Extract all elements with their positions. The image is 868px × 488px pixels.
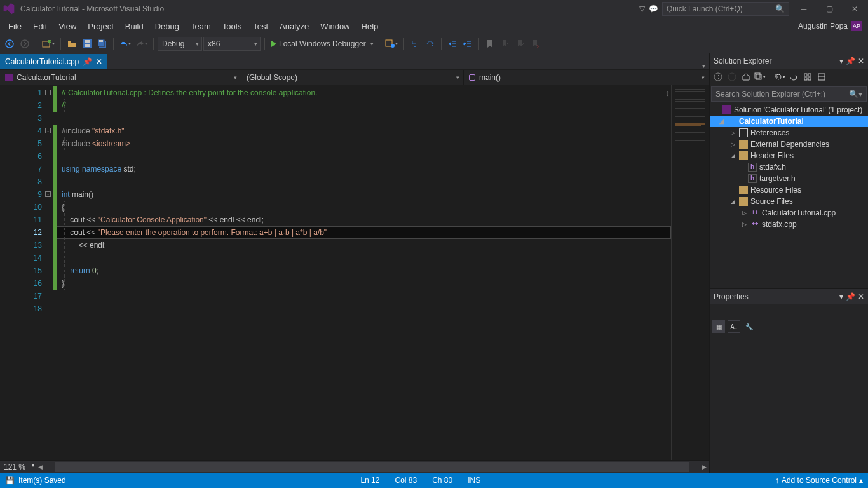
code-editor[interactable]: // CalculatorTutorial.cpp : Defines the … bbox=[57, 85, 671, 460]
solution-node[interactable]: Solution 'CalculatorTutorial' (1 project… bbox=[710, 104, 868, 116]
undo-button[interactable]: ▾ bbox=[118, 37, 133, 51]
menu-debug[interactable]: Debug bbox=[149, 19, 185, 34]
forward-icon[interactable] bbox=[726, 71, 738, 83]
forward-button[interactable] bbox=[18, 37, 32, 51]
refresh-icon[interactable]: ▾ bbox=[774, 71, 785, 83]
tab-calculatortutorial-cpp[interactable]: CalculatorTutorial.cpp 📌 ✕ bbox=[0, 54, 107, 69]
horizontal-scrollbar[interactable] bbox=[55, 462, 689, 472]
nav-scope-label: (Global Scope) bbox=[247, 73, 297, 82]
svg-point-12 bbox=[728, 73, 736, 81]
close-panel-button[interactable]: ✕ bbox=[858, 292, 864, 301]
close-button[interactable]: ✕ bbox=[844, 1, 865, 17]
menu-tools[interactable]: Tools bbox=[217, 19, 247, 34]
prev-bookmark-button[interactable] bbox=[498, 37, 512, 51]
show-all-icon[interactable] bbox=[802, 71, 813, 83]
project-node[interactable]: ◢CalculatorTutorial bbox=[710, 116, 868, 127]
svg-rect-17 bbox=[804, 78, 807, 80]
pin-icon[interactable]: 📌 bbox=[83, 57, 92, 66]
stdafx-h-node[interactable]: hstdafx.h bbox=[710, 161, 868, 173]
scroll-left-button[interactable]: ◀ bbox=[36, 464, 45, 470]
bookmark-button[interactable] bbox=[483, 37, 497, 51]
menu-view[interactable]: View bbox=[53, 19, 82, 34]
window-position-button[interactable]: ▾ bbox=[839, 292, 843, 301]
decrease-indent-button[interactable] bbox=[445, 37, 459, 51]
calc-cpp-node[interactable]: ▷++CalculatorTutorial.cpp bbox=[710, 207, 868, 219]
property-pages-button[interactable]: 🔧 bbox=[743, 320, 756, 333]
references-node[interactable]: ▷References bbox=[710, 127, 868, 139]
quick-launch-input[interactable]: Quick Launch (Ctrl+Q) 🔍 bbox=[662, 2, 789, 16]
svg-point-0 bbox=[6, 40, 13, 48]
solution-explorer-search[interactable]: Search Solution Explorer (Ctrl+;) 🔍▾ bbox=[711, 86, 867, 102]
new-project-button[interactable]: ▾ bbox=[40, 37, 57, 51]
auto-hide-button[interactable]: 📌 bbox=[846, 57, 855, 65]
menu-project[interactable]: Project bbox=[82, 19, 119, 34]
panel-title-label: Properties bbox=[714, 292, 749, 301]
menu-analyze[interactable]: Analyze bbox=[274, 19, 315, 34]
menu-window[interactable]: Window bbox=[315, 19, 355, 34]
sync-icon[interactable]: ▾ bbox=[754, 71, 766, 83]
menu-file[interactable]: File bbox=[3, 19, 27, 34]
increase-indent-button[interactable] bbox=[461, 37, 475, 51]
header-files-node[interactable]: ◢Header Files bbox=[710, 150, 868, 161]
maximize-button[interactable]: ▢ bbox=[818, 1, 840, 17]
add-source-control-button[interactable]: ↑ Add to Source Control ▴ bbox=[775, 476, 863, 485]
status-bar: 💾 Item(s) Saved Ln 12 Col 83 Ch 80 INS ↑… bbox=[0, 473, 868, 488]
save-button[interactable] bbox=[80, 37, 94, 51]
menu-help[interactable]: Help bbox=[356, 19, 384, 34]
back-button[interactable] bbox=[3, 37, 17, 51]
resource-files-node[interactable]: Resource Files bbox=[710, 184, 868, 196]
solution-tree[interactable]: Solution 'CalculatorTutorial' (1 project… bbox=[710, 103, 868, 288]
start-debug-button[interactable]: Local Windows Debugger bbox=[269, 37, 375, 51]
editor-footer: 121 % ◀ ▶ bbox=[0, 460, 709, 473]
step-into-button[interactable] bbox=[408, 37, 422, 51]
feedback-icon[interactable]: 💬 bbox=[649, 4, 658, 13]
nav-member-combo[interactable]: main() bbox=[464, 70, 709, 85]
user-name: Augustin Popa bbox=[798, 22, 848, 30]
nav-project-combo[interactable]: CalculatorTutorial bbox=[0, 70, 241, 85]
solution-explorer-toolbar: ▾ ▾ bbox=[710, 69, 868, 85]
status-line: Ln 12 bbox=[360, 476, 379, 485]
menu-bar: FileEditViewProjectBuildDebugTeamToolsTe… bbox=[0, 18, 868, 34]
targetver-h-node[interactable]: htargetver.h bbox=[710, 173, 868, 184]
redo-button[interactable]: ▾ bbox=[134, 37, 149, 51]
browser-link-button[interactable]: ▾ bbox=[383, 37, 400, 51]
tab-overflow-button[interactable]: ▾ bbox=[698, 63, 709, 69]
close-panel-button[interactable]: ✕ bbox=[858, 57, 864, 65]
stdafx-cpp-node[interactable]: ▷++stdafx.cpp bbox=[710, 219, 868, 230]
source-files-node[interactable]: ◢Source Files bbox=[710, 196, 868, 207]
scroll-right-button[interactable]: ▶ bbox=[700, 464, 709, 470]
save-all-button[interactable] bbox=[95, 37, 109, 51]
start-debug-label: Local Windows Debugger bbox=[279, 39, 366, 48]
scroll-map[interactable] bbox=[671, 85, 709, 460]
notifications-icon[interactable]: ▽ bbox=[639, 4, 645, 13]
step-over-button[interactable] bbox=[423, 37, 437, 51]
auto-hide-button[interactable]: 📌 bbox=[846, 292, 855, 301]
nav-scope-combo[interactable]: (Global Scope) bbox=[241, 70, 464, 85]
standard-toolbar: ▾ ▾ ▾ Debug x86 Local Windows Debugger ▾ bbox=[0, 34, 868, 53]
external-deps-node[interactable]: ▷External Dependencies bbox=[710, 139, 868, 150]
window-title: CalculatorTutorial - Microsoft Visual St… bbox=[20, 4, 164, 13]
menu-test[interactable]: Test bbox=[247, 19, 274, 34]
alphabetical-button[interactable]: A↓ bbox=[728, 320, 740, 333]
zoom-combo[interactable]: 121 % bbox=[0, 463, 36, 471]
back-icon[interactable] bbox=[712, 71, 724, 83]
menu-edit[interactable]: Edit bbox=[27, 19, 53, 34]
next-bookmark-button[interactable] bbox=[513, 37, 527, 51]
user-account[interactable]: Augustin Popa AP bbox=[798, 21, 865, 31]
solution-platform-combo[interactable]: x86 bbox=[203, 37, 261, 51]
open-file-button[interactable] bbox=[65, 37, 79, 51]
status-saved: Item(s) Saved bbox=[18, 476, 66, 485]
menu-team[interactable]: Team bbox=[185, 19, 217, 34]
navigation-bar: CalculatorTutorial (Global Scope) main() bbox=[0, 70, 709, 85]
close-icon[interactable]: ✕ bbox=[96, 57, 102, 66]
minimize-button[interactable]: ─ bbox=[793, 1, 815, 17]
categorized-button[interactable]: ▦ bbox=[712, 320, 725, 333]
clear-bookmarks-button[interactable] bbox=[529, 37, 543, 51]
window-position-button[interactable]: ▾ bbox=[839, 57, 843, 65]
collapse-all-icon[interactable] bbox=[788, 71, 799, 83]
home-icon[interactable] bbox=[740, 71, 752, 83]
solution-config-combo[interactable]: Debug bbox=[158, 37, 202, 51]
properties-icon[interactable] bbox=[816, 71, 827, 83]
quick-launch-placeholder: Quick Launch (Ctrl+Q) bbox=[667, 4, 775, 13]
menu-build[interactable]: Build bbox=[119, 19, 149, 34]
